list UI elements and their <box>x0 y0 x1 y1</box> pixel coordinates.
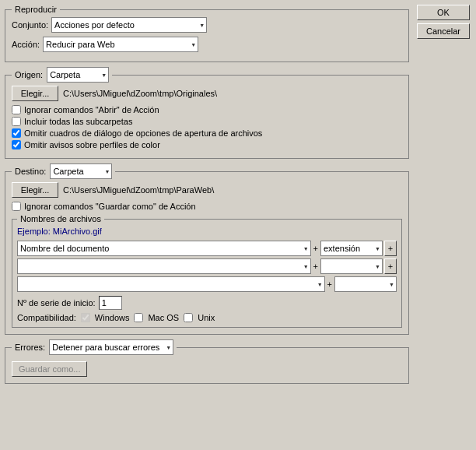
nombres-example: Ejemplo: MiArchivo.gif <box>17 227 397 236</box>
origen-elegir-button[interactable]: Elegir... <box>12 86 58 101</box>
errores-select-wrapper[interactable]: Detener para buscar errores <box>49 339 173 355</box>
destino-cb1[interactable] <box>12 202 21 211</box>
nombres-legend: Nombres de archivos <box>17 214 104 223</box>
fn-row3-sel2-wrapper[interactable] <box>334 276 397 292</box>
serie-label: Nº de serie de inicio: <box>17 298 96 308</box>
nombres-group: Nombres de archivos Ejemplo: MiArchivo.g… <box>12 214 402 328</box>
origen-cb4[interactable] <box>12 140 21 149</box>
guardar-button[interactable]: Guardar como... <box>12 361 87 377</box>
fn-row2-plus1: + <box>313 262 318 271</box>
conjunto-label: Conjunto: <box>12 20 48 30</box>
origen-tipo-select[interactable]: Carpeta <box>47 67 109 83</box>
compat-windows-label: Windows <box>95 313 130 322</box>
accion-select-wrapper[interactable]: Reducir para Web <box>43 37 198 52</box>
compat-windows-cb[interactable] <box>81 313 90 322</box>
conjunto-select-wrapper[interactable]: Acciones por defecto <box>51 17 207 33</box>
fn-row2-plus-btn[interactable]: + <box>384 258 397 274</box>
accion-select[interactable]: Reducir para Web <box>43 37 198 52</box>
serie-input[interactable] <box>99 296 122 310</box>
compat-label: Compatibilidad: <box>17 313 76 322</box>
origen-cb2-label: Incluir todas las subcarpetas <box>24 117 132 126</box>
compat-macos-cb[interactable] <box>134 313 143 322</box>
destino-legend: Destino: Carpeta <box>12 163 115 179</box>
fn-row1-sel1-wrapper[interactable]: Nombre del documento <box>17 241 311 256</box>
origen-cb3[interactable] <box>12 128 21 138</box>
fn-row1-sel1[interactable]: Nombre del documento <box>17 241 311 256</box>
origen-cb2[interactable] <box>12 117 21 126</box>
origen-cb1[interactable] <box>12 105 21 114</box>
fn-row1-sel2[interactable]: extensión <box>320 241 383 256</box>
fn-row1-plus-btn[interactable]: + <box>384 241 397 256</box>
errores-select[interactable]: Detener para buscar errores <box>49 339 173 355</box>
origen-cb3-label: Omitir cuadros de diálogo de opciones de… <box>24 128 262 138</box>
origen-group: Origen: Carpeta Elegir... C:\Users\JMigu… <box>5 67 409 159</box>
fn-row3-sel1-wrapper[interactable] <box>17 276 325 292</box>
origen-cb1-label: Ignorar comandos "Abrir" de Acción <box>24 105 159 114</box>
destino-tipo-select[interactable]: Carpeta <box>50 163 112 179</box>
origen-tipo-wrapper[interactable]: Carpeta <box>47 67 109 83</box>
fn-row1-sel2-wrapper[interactable]: extensión <box>320 241 383 256</box>
reproducir-legend: Reproducir <box>12 5 60 14</box>
fn-row3-sel2[interactable] <box>334 276 397 292</box>
reproducir-group: Reproducir Conjunto: Acciones por defect… <box>5 5 409 62</box>
compat-macos-label: Mac OS <box>148 313 179 322</box>
destino-path: C:\Users\JMiguel\dZoom\tmp\ParaWeb\ <box>63 185 214 195</box>
origen-path: C:\Users\JMiguel\dZoom\tmp\Originales\ <box>63 89 217 98</box>
cancel-button[interactable]: Cancelar <box>417 23 470 39</box>
fn-row2-sel2-wrapper[interactable] <box>320 258 383 274</box>
fn-row2-sel2[interactable] <box>320 258 383 274</box>
origen-cb4-label: Omitir avisos sobre perfiles de color <box>24 140 160 149</box>
accion-label: Acción: <box>12 40 40 49</box>
errores-legend: Errores: Detener para buscar errores <box>12 339 177 355</box>
fn-row1-plus1: + <box>313 244 318 253</box>
compat-unix-label: Unix <box>198 313 215 322</box>
ok-button[interactable]: OK <box>417 5 470 20</box>
origen-legend: Origen: Carpeta <box>12 67 112 83</box>
fn-row2-sel1-wrapper[interactable] <box>17 258 311 274</box>
destino-elegir-button[interactable]: Elegir... <box>12 182 58 198</box>
destino-group: Destino: Carpeta Elegir... C:\Users\JMig… <box>5 163 409 335</box>
compat-unix-cb[interactable] <box>184 313 193 322</box>
conjunto-select[interactable]: Acciones por defecto <box>51 17 207 33</box>
fn-row2-sel1[interactable] <box>17 258 311 274</box>
destino-tipo-wrapper[interactable]: Carpeta <box>50 163 112 179</box>
fn-row3-plus1: + <box>327 279 332 289</box>
errores-group: Errores: Detener para buscar errores Gua… <box>5 339 409 384</box>
destino-cb1-label: Ignorar comandos "Guardar como" de Acció… <box>24 202 196 211</box>
fn-row3-sel1[interactable] <box>17 276 325 292</box>
side-buttons-panel: OK Cancelar <box>414 0 476 450</box>
